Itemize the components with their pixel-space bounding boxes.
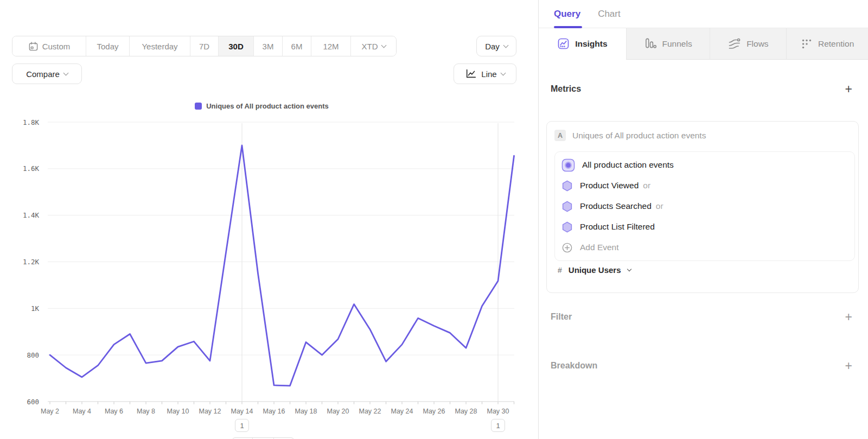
date-range-label: Today: [97, 42, 118, 51]
svg-text:May 4: May 4: [73, 408, 91, 415]
svg-text:600: 600: [27, 398, 39, 406]
tab-funnels[interactable]: Funnels: [626, 28, 710, 60]
event-or-operator: or: [656, 201, 663, 211]
series-title: Uniques of All product action events: [572, 131, 706, 141]
svg-text:May 24: May 24: [391, 408, 413, 415]
funnels-icon: [644, 37, 657, 50]
date-range-yesterday[interactable]: Yesterday: [130, 36, 190, 56]
legend-label: Uniques of All product action events: [206, 102, 329, 110]
date-range-label: 6M: [291, 42, 303, 51]
chart-pane: 6008001K1.2K1.4K1.6K1.8KMay 2May 4May 6M…: [0, 0, 538, 439]
aggregation-label: Unique Users: [569, 265, 621, 275]
event-hexagon-icon: [561, 180, 573, 192]
chevron-down-icon: [381, 42, 386, 48]
event-or-operator: or: [643, 181, 650, 190]
svg-text:800: 800: [27, 351, 39, 359]
event-row[interactable]: Products Searchedor: [555, 196, 854, 217]
granularity-label: Day: [485, 42, 500, 51]
panel-tab-chart[interactable]: Chart: [598, 9, 621, 20]
retention-icon: [801, 38, 813, 50]
metric-card: A Uniques of All product action events A…: [546, 121, 859, 293]
event-hexagon-icon: [561, 201, 573, 212]
date-range-label: XTD: [362, 42, 378, 51]
annotation-count-badge[interactable]: 1: [235, 419, 249, 432]
compare-label: Compare: [26, 69, 60, 79]
date-range-label: Yesterday: [142, 42, 177, 51]
number-symbol-icon: #: [558, 266, 562, 275]
event-name: Product Viewed: [580, 181, 639, 190]
chart-legend[interactable]: Uniques of All product action events: [0, 102, 524, 110]
tab-label: Flows: [746, 39, 768, 49]
granularity-dropdown[interactable]: Day: [476, 36, 516, 56]
metrics-title: Metrics: [551, 84, 581, 94]
filter-title: Filter: [551, 312, 572, 322]
series-letter-badge: A: [554, 130, 566, 141]
event-row[interactable]: Product List Filtered: [555, 217, 854, 237]
svg-text:May 18: May 18: [295, 408, 317, 415]
tab-retention[interactable]: Retention: [786, 28, 868, 60]
svg-text:May 8: May 8: [137, 408, 155, 415]
metric-card-header[interactable]: A Uniques of All product action events: [547, 122, 858, 148]
svg-text:May 14: May 14: [231, 408, 253, 415]
add-breakdown-button[interactable]: +: [845, 361, 852, 371]
event-name: Products Searched: [580, 201, 652, 211]
panel-header-tabs: QueryChart: [539, 0, 868, 28]
flows-icon: [728, 37, 741, 50]
date-range-6m[interactable]: 6M: [283, 36, 311, 56]
svg-text:May 12: May 12: [199, 408, 221, 415]
panel-tab-query[interactable]: Query: [554, 9, 580, 20]
svg-text:May 30: May 30: [487, 408, 509, 415]
add-metric-button[interactable]: +: [845, 84, 852, 94]
date-range-30d[interactable]: 30D: [219, 36, 254, 56]
all-events-icon: [561, 158, 575, 172]
chevron-down-icon: [500, 70, 506, 75]
date-range-label: Custom: [42, 42, 71, 51]
date-range-12m[interactable]: 12M: [311, 36, 351, 56]
date-range-7d[interactable]: 7D: [190, 36, 219, 56]
date-range-today[interactable]: Today: [86, 36, 130, 56]
svg-text:1.6K: 1.6K: [23, 164, 40, 173]
svg-text:May 16: May 16: [263, 408, 285, 415]
calendar-icon: [28, 41, 39, 52]
tab-label: Funnels: [662, 39, 692, 49]
add-event-button[interactable]: Add Event: [555, 237, 854, 258]
breakdown-section: Breakdown +: [551, 361, 852, 371]
add-filter-button[interactable]: +: [845, 312, 852, 322]
svg-text:May 22: May 22: [359, 408, 381, 415]
tab-insights[interactable]: Insights: [539, 28, 626, 60]
aggregation-dropdown[interactable]: # Unique Users: [558, 265, 631, 275]
date-range-3m[interactable]: 3M: [254, 36, 283, 56]
metrics-section-header: Metrics +: [551, 84, 852, 94]
date-range-label: 12M: [323, 42, 339, 51]
breakdown-title: Breakdown: [551, 361, 597, 371]
date-range-custom[interactable]: Custom: [12, 36, 86, 56]
svg-text:1K: 1K: [31, 304, 40, 313]
compare-dropdown[interactable]: Compare: [12, 63, 82, 84]
active-tab-underline: [554, 26, 582, 28]
svg-text:May 26: May 26: [423, 408, 445, 415]
svg-text:May 6: May 6: [105, 408, 123, 415]
add-event-label: Add Event: [580, 243, 619, 252]
event-row[interactable]: All product action events: [555, 155, 854, 175]
svg-text:1.4K: 1.4K: [23, 211, 40, 219]
svg-text:1.2K: 1.2K: [23, 258, 40, 266]
svg-text:1.8K: 1.8K: [23, 118, 40, 126]
line-chart-icon: [465, 68, 477, 80]
legend-swatch: [195, 103, 202, 110]
insights-icon: [557, 37, 570, 50]
date-range-xtd[interactable]: XTD: [351, 36, 396, 56]
event-row[interactable]: Product Viewedor: [555, 175, 854, 196]
chart-type-label: Line: [481, 69, 496, 79]
filter-section: Filter +: [551, 312, 852, 322]
svg-text:May 2: May 2: [41, 408, 59, 415]
annotation-count-badge[interactable]: 1: [491, 419, 505, 432]
date-range-label: 30D: [228, 42, 244, 51]
chevron-down-icon: [503, 42, 508, 48]
report-type-tabs: InsightsFunnelsFlowsRetention: [539, 28, 868, 60]
circle-plus-icon: [561, 242, 573, 253]
tab-flows[interactable]: Flows: [710, 28, 786, 60]
date-range-label: 7D: [199, 42, 209, 51]
chart-type-dropdown[interactable]: Line: [454, 63, 516, 84]
chevron-down-icon: [627, 266, 631, 271]
svg-text:May 10: May 10: [167, 408, 189, 415]
